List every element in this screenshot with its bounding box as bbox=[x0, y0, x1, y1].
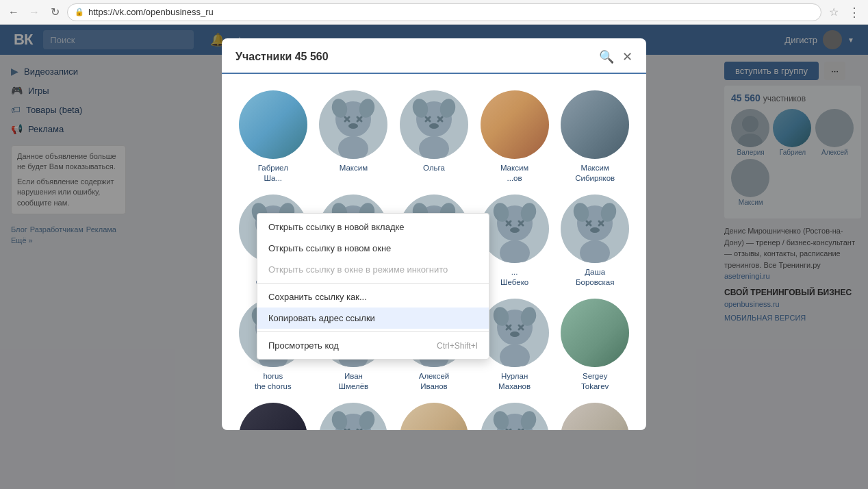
member-name: Алексей Иванов bbox=[419, 371, 450, 392]
svg-point-63 bbox=[590, 227, 600, 233]
context-divider-1 bbox=[257, 283, 489, 284]
member-item[interactable]: Sergey Tokarev bbox=[554, 293, 635, 397]
member-item[interactable]: ... bbox=[474, 397, 555, 430]
context-copy-link[interactable]: Копировать адрес ссылки bbox=[257, 308, 489, 329]
member-name: Максим bbox=[340, 163, 368, 173]
member-name: Нурлан Маханов bbox=[498, 371, 531, 392]
member-name: ... Шебеко bbox=[500, 267, 528, 288]
svg-point-10 bbox=[338, 136, 368, 159]
member-item[interactable]: Максим bbox=[314, 85, 394, 189]
member-item[interactable]: Габриел Ша... bbox=[233, 85, 314, 189]
reload-button[interactable]: ↻ bbox=[47, 4, 63, 21]
member-item[interactable]: Даша Боровская bbox=[554, 189, 635, 293]
svg-point-55 bbox=[500, 240, 530, 263]
member-name: Sergey Tokarev bbox=[581, 371, 609, 392]
svg-point-64 bbox=[580, 240, 610, 263]
member-item[interactable]: ... bbox=[394, 397, 474, 430]
address-bar[interactable]: 🔒 https://vk.com/openbusiness_ru bbox=[67, 3, 821, 21]
context-divider-2 bbox=[257, 331, 489, 332]
member-item[interactable]: Максим ...ов bbox=[474, 85, 555, 189]
context-save-link[interactable]: Сохранить ссылку как... bbox=[257, 286, 489, 308]
svg-point-54 bbox=[510, 227, 520, 233]
context-open-new-window[interactable]: Открыть ссылку в новом окне bbox=[257, 238, 489, 259]
back-button[interactable]: ← bbox=[5, 4, 22, 21]
member-item[interactable]: ... bbox=[554, 397, 635, 430]
member-name: Ольга bbox=[423, 163, 445, 173]
member-name: Иван Шмелёв bbox=[339, 371, 369, 392]
modal-search-button[interactable]: 🔍 bbox=[599, 49, 614, 64]
lock-icon: 🔒 bbox=[75, 8, 84, 16]
svg-point-19 bbox=[419, 136, 449, 159]
modal-title: Участники 45 560 bbox=[235, 51, 329, 71]
member-name: Даша Боровская bbox=[576, 267, 614, 288]
member-name: horus the chorus bbox=[255, 371, 292, 392]
browser-chrome: ← → ↻ 🔒 https://vk.com/openbusiness_ru ☆… bbox=[0, 0, 868, 25]
context-open-incognito: Открыть ссылку в окне в режиме инкогнито bbox=[257, 259, 489, 280]
modal-close-button[interactable]: ✕ bbox=[622, 49, 633, 64]
context-shortcut: Ctrl+Shift+I bbox=[437, 341, 478, 351]
url-text: https://vk.com/openbusiness_ru bbox=[88, 7, 214, 17]
svg-point-18 bbox=[429, 123, 439, 129]
context-open-new-tab[interactable]: Открыть ссылку в новой вкладке bbox=[257, 216, 489, 238]
browser-menu-button[interactable]: ⋮ bbox=[846, 4, 863, 21]
member-item[interactable]: ... bbox=[314, 397, 394, 430]
context-view-source[interactable]: Просмотреть код Ctrl+Shift+I bbox=[257, 335, 489, 356]
forward-button[interactable]: → bbox=[26, 4, 42, 21]
member-name: Максим Сибиряков bbox=[575, 163, 615, 184]
svg-point-100 bbox=[500, 344, 530, 367]
vk-page: ВК 🔔 ♪ Дигистр ▼ ▶ Видеозаписи 🎮 Игры 🏷 bbox=[0, 25, 868, 489]
svg-point-9 bbox=[348, 123, 358, 129]
svg-point-99 bbox=[510, 331, 520, 337]
member-name: Габриел Ша... bbox=[258, 163, 288, 184]
context-menu: Открыть ссылку в новой вкладке Открыть с… bbox=[257, 213, 489, 360]
modal-header: Участники 45 560 🔍 ✕ bbox=[222, 38, 646, 74]
member-name: Максим ...ов bbox=[500, 163, 528, 184]
modal-header-actions: 🔍 ✕ bbox=[599, 49, 633, 73]
member-item[interactable]: Максим Сибиряков bbox=[554, 85, 635, 189]
bookmark-button[interactable]: ☆ bbox=[826, 4, 842, 21]
member-item[interactable]: Ольга bbox=[394, 85, 474, 189]
modal-overlay[interactable]: Участники 45 560 🔍 ✕ Габриел Ша... Макси… bbox=[0, 25, 868, 489]
member-item[interactable]: ... bbox=[233, 397, 314, 430]
